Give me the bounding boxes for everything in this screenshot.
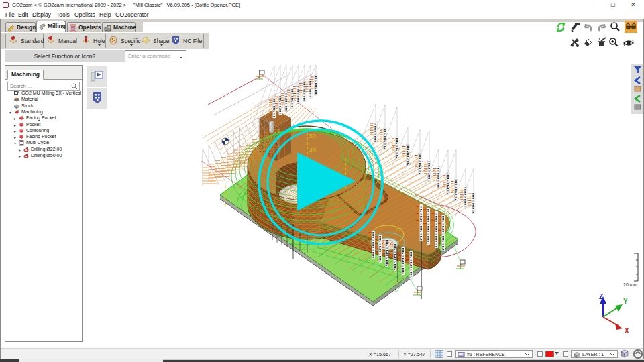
svg-text:22: 22 (396, 227, 402, 233)
svg-text:Y: Y (623, 298, 628, 305)
svg-text:Z: Z (599, 293, 603, 300)
svg-text:20 mm: 20 mm (623, 282, 638, 287)
svg-text:49: 49 (309, 147, 316, 154)
svg-text:50: 50 (309, 133, 316, 139)
svg-text:24: 24 (274, 129, 280, 133)
svg-text:X: X (625, 327, 629, 335)
